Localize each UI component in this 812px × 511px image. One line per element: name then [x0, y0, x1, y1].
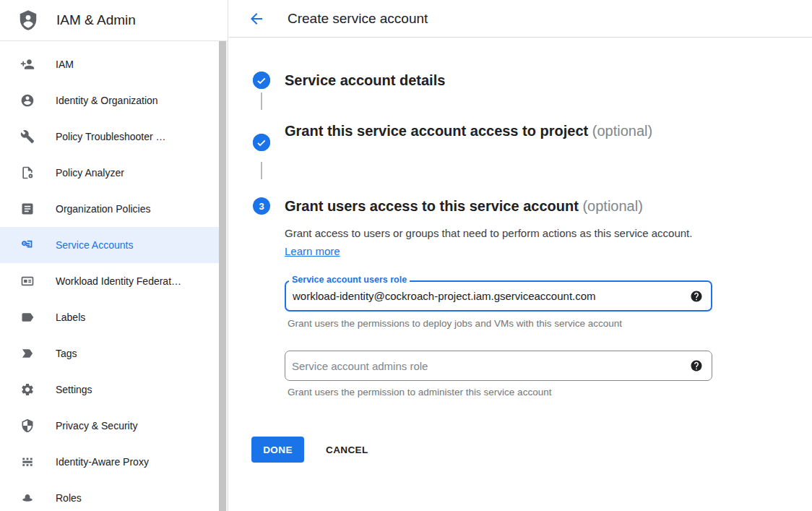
- help-icon[interactable]: [690, 290, 703, 303]
- users-role-label: Service account users role: [289, 274, 410, 286]
- description-text: Grant access to users or groups that nee…: [285, 227, 692, 239]
- step-2-check-icon: [253, 134, 270, 151]
- sidebar-item-policy-analyzer[interactable]: Policy Analyzer: [0, 155, 219, 191]
- step-3-optional-label: (optional): [582, 198, 642, 214]
- step-1-title: Service account details: [285, 72, 445, 88]
- sidebar-item-label: Tags: [56, 348, 77, 359]
- sidebar-item-identity-aware-proxy[interactable]: Identity-Aware Proxy: [0, 444, 219, 480]
- label-icon: [20, 310, 35, 325]
- shield-half-icon: [20, 418, 35, 433]
- gear-icon: [20, 382, 35, 397]
- sidebar-item-label: Roles: [56, 492, 82, 504]
- main-panel: Create service account Service account d…: [229, 0, 812, 511]
- step-1-heading: Service account details: [285, 72, 445, 89]
- sidebar-item-label: IAM: [56, 59, 74, 70]
- sidebar-item-label: Identity & Organization: [56, 95, 158, 106]
- proxy-icon: [20, 455, 35, 469]
- sidebar-item-label: Policy Analyzer: [56, 167, 124, 179]
- sidebar-item-workload-identity-federat[interactable]: Workload Identity Federat…: [0, 263, 219, 299]
- sidebar-item-label: Settings: [56, 384, 92, 395]
- sidebar-nav: IAMIdentity & OrganizationPolicy Trouble…: [0, 41, 219, 511]
- step-2-heading: Grant this service account access to pro…: [285, 119, 655, 143]
- sidebar-item-label: Policy Troubleshooter …: [56, 131, 166, 142]
- create-service-account-form: Service account details Grant this servi…: [229, 38, 812, 511]
- sidebar: IAM & Admin IAMIdentity & OrganizationPo…: [0, 0, 228, 511]
- wrench-icon: [20, 129, 35, 144]
- step-connector: [261, 93, 262, 110]
- page-header: Create service account: [229, 0, 812, 38]
- learn-more-link[interactable]: Learn more: [285, 245, 340, 257]
- sidebar-item-policy-troubleshooter[interactable]: Policy Troubleshooter …: [0, 119, 219, 155]
- admins-role-field: [285, 351, 712, 381]
- arrow-back-icon[interactable]: [248, 10, 265, 27]
- step-3-description: Grant access to users or groups that nee…: [285, 224, 696, 260]
- tag-arrow-icon: [20, 346, 35, 361]
- sidebar-item-label: Service Accounts: [56, 239, 133, 251]
- admins-role-helper: Grant users the permission to administer…: [288, 387, 551, 398]
- admins-role-input[interactable]: [285, 351, 712, 381]
- users-role-field: Service account users role: [285, 280, 712, 312]
- product-header: IAM & Admin: [0, 0, 228, 41]
- step-3-heading: Grant users access to this service accou…: [285, 194, 790, 218]
- help-icon[interactable]: [690, 359, 703, 372]
- sidebar-item-label: Workload Identity Federat…: [56, 275, 181, 287]
- step-3-number: 3: [259, 201, 264, 212]
- product-title: IAM & Admin: [56, 12, 136, 28]
- step-3-title: Grant users access to this service accou…: [285, 198, 579, 214]
- sidebar-item-label: Privacy & Security: [56, 420, 138, 431]
- sidebar-item-roles[interactable]: Roles: [0, 480, 219, 511]
- step-connector: [261, 162, 262, 179]
- sidebar-item-service-accounts[interactable]: Service Accounts: [0, 227, 219, 263]
- step-1-check-icon: [253, 72, 270, 89]
- sidebar-item-organization-policies[interactable]: Organization Policies: [0, 191, 219, 227]
- step-2-title: Grant this service account access to pro…: [285, 123, 588, 139]
- sidebar-item-label: Labels: [56, 312, 85, 323]
- sidebar-item-tags[interactable]: Tags: [0, 335, 219, 372]
- step-2-optional-label: (optional): [592, 123, 652, 139]
- page-title: Create service account: [288, 11, 428, 27]
- person-add-icon: [20, 57, 35, 72]
- hat-icon: [20, 491, 35, 505]
- sidebar-scrollbar-thumb[interactable]: [219, 41, 226, 511]
- sidebar-item-labels[interactable]: Labels: [0, 299, 219, 335]
- service-account-icon: [20, 238, 35, 252]
- step-3-number-badge: 3: [253, 197, 270, 215]
- badge-card-icon: [20, 274, 35, 288]
- article-icon: [20, 202, 35, 216]
- sidebar-item-iam[interactable]: IAM: [0, 46, 219, 82]
- users-role-helper: Grant users the permissions to deploy jo…: [288, 318, 622, 329]
- sidebar-item-label: Organization Policies: [56, 203, 151, 215]
- account-circle-icon: [20, 93, 35, 108]
- shield-person-icon: [17, 9, 39, 31]
- sidebar-item-privacy-security[interactable]: Privacy & Security: [0, 408, 219, 444]
- done-button[interactable]: DONE: [251, 437, 304, 463]
- cancel-button[interactable]: CANCEL: [314, 437, 380, 463]
- sidebar-item-identity-organization[interactable]: Identity & Organization: [0, 82, 219, 119]
- document-gear-icon: [20, 166, 35, 180]
- sidebar-item-settings[interactable]: Settings: [0, 372, 219, 408]
- sidebar-item-label: Identity-Aware Proxy: [56, 456, 149, 468]
